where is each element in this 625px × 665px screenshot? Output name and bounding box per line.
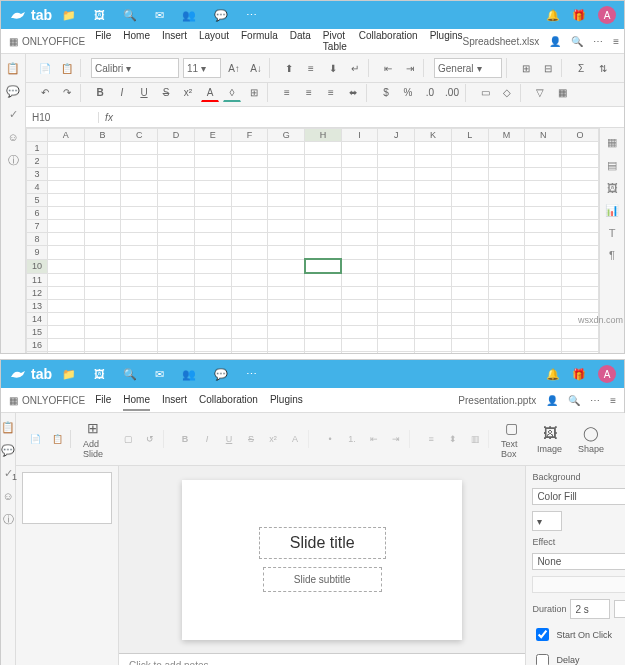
table-icon[interactable]: ▦ — [553, 84, 571, 102]
col-header[interactable]: G — [268, 129, 305, 142]
row-header[interactable]: 13 — [27, 300, 48, 313]
percent-icon[interactable]: % — [399, 84, 417, 102]
cell[interactable] — [194, 300, 231, 313]
cell[interactable] — [378, 339, 415, 352]
col-header[interactable]: M — [488, 129, 525, 142]
cell[interactable] — [562, 326, 599, 339]
cell[interactable] — [525, 352, 562, 354]
cell[interactable] — [231, 352, 268, 354]
cell[interactable] — [84, 259, 121, 273]
cell[interactable] — [378, 168, 415, 181]
cell[interactable] — [48, 194, 85, 207]
cell[interactable] — [84, 207, 121, 220]
cell[interactable] — [231, 233, 268, 246]
cell[interactable] — [268, 181, 305, 194]
effect-sub-select[interactable]: ▾ — [532, 576, 625, 593]
cell[interactable] — [451, 339, 488, 352]
cell[interactable] — [231, 326, 268, 339]
row-header[interactable]: 17 — [27, 352, 48, 354]
cell[interactable] — [48, 233, 85, 246]
cell[interactable] — [121, 259, 158, 273]
cell[interactable] — [305, 287, 342, 300]
image-icon[interactable]: 🖼 — [94, 9, 105, 21]
cell[interactable] — [305, 300, 342, 313]
cell[interactable] — [158, 194, 195, 207]
cell[interactable] — [525, 181, 562, 194]
cell[interactable] — [305, 194, 342, 207]
table-settings-icon[interactable]: ▤ — [607, 159, 617, 172]
font-decrease-icon[interactable]: A↓ — [247, 59, 265, 77]
cell[interactable] — [84, 168, 121, 181]
folder-icon[interactable]: 📁 — [62, 368, 76, 381]
currency-icon[interactable]: $ — [377, 84, 395, 102]
cell[interactable] — [488, 287, 525, 300]
menu-tab-plugins[interactable]: Plugins — [270, 390, 303, 411]
cell[interactable] — [451, 207, 488, 220]
cell[interactable] — [305, 246, 342, 260]
cell[interactable] — [84, 326, 121, 339]
menu-tab-pivot-table[interactable]: Pivot Table — [323, 26, 347, 56]
cell[interactable] — [194, 246, 231, 260]
copy-icon[interactable]: 📋 — [1, 421, 15, 434]
cell[interactable] — [158, 155, 195, 168]
col-header[interactable]: F — [231, 129, 268, 142]
cell[interactable] — [562, 233, 599, 246]
cell[interactable] — [231, 246, 268, 260]
col-header[interactable]: N — [525, 129, 562, 142]
menu-tab-plugins[interactable]: Plugins — [430, 26, 463, 56]
col-header[interactable]: C — [121, 129, 158, 142]
cell[interactable] — [378, 313, 415, 326]
layout-icon[interactable]: ▢ — [119, 430, 137, 448]
cell[interactable] — [415, 352, 452, 354]
font-color-icon[interactable]: A — [201, 83, 219, 102]
cell[interactable] — [562, 273, 599, 287]
row-header[interactable]: 4 — [27, 181, 48, 194]
cell[interactable] — [158, 273, 195, 287]
cell[interactable] — [121, 168, 158, 181]
col-header[interactable]: D — [158, 129, 195, 142]
cell[interactable] — [268, 168, 305, 181]
cell[interactable] — [121, 300, 158, 313]
more-icon[interactable]: ⋯ — [246, 9, 257, 22]
cell[interactable] — [84, 287, 121, 300]
cell[interactable] — [341, 352, 378, 354]
shape-button[interactable]: ◯ Shape — [574, 422, 608, 456]
find-icon[interactable]: 🔍 — [571, 36, 583, 47]
cell[interactable] — [121, 155, 158, 168]
cell[interactable] — [415, 181, 452, 194]
cell[interactable] — [84, 339, 121, 352]
cell[interactable] — [48, 155, 85, 168]
cell[interactable] — [525, 300, 562, 313]
cell[interactable] — [158, 142, 195, 155]
cell[interactable] — [451, 233, 488, 246]
cell[interactable] — [121, 246, 158, 260]
cell[interactable] — [305, 339, 342, 352]
cell[interactable] — [121, 233, 158, 246]
cell[interactable] — [415, 246, 452, 260]
cell[interactable] — [121, 287, 158, 300]
cell[interactable] — [378, 194, 415, 207]
row-header[interactable]: 7 — [27, 220, 48, 233]
sort-icon[interactable]: ⇅ — [594, 59, 612, 77]
cell[interactable] — [562, 181, 599, 194]
user-avatar[interactable]: A — [598, 6, 616, 24]
cell[interactable] — [415, 326, 452, 339]
row-header[interactable]: 15 — [27, 326, 48, 339]
bold-icon[interactable]: B — [91, 84, 109, 102]
cell[interactable] — [341, 259, 378, 273]
merge-icon[interactable]: ⬌ — [344, 84, 362, 102]
cell[interactable] — [415, 300, 452, 313]
cell[interactable] — [231, 339, 268, 352]
cell[interactable] — [488, 142, 525, 155]
cell[interactable] — [415, 194, 452, 207]
text-settings-icon[interactable]: T — [609, 227, 616, 239]
feedback-icon[interactable]: ☺ — [7, 131, 18, 143]
image-icon[interactable]: 🖼 — [94, 368, 105, 380]
cell[interactable] — [84, 181, 121, 194]
color-picker[interactable]: ▾ — [532, 511, 562, 531]
cell[interactable] — [451, 352, 488, 354]
cell[interactable] — [378, 326, 415, 339]
menu-tab-insert[interactable]: Insert — [162, 390, 187, 411]
cell[interactable] — [378, 142, 415, 155]
add-slide-button[interactable]: ⊞ Add Slide — [79, 417, 107, 461]
